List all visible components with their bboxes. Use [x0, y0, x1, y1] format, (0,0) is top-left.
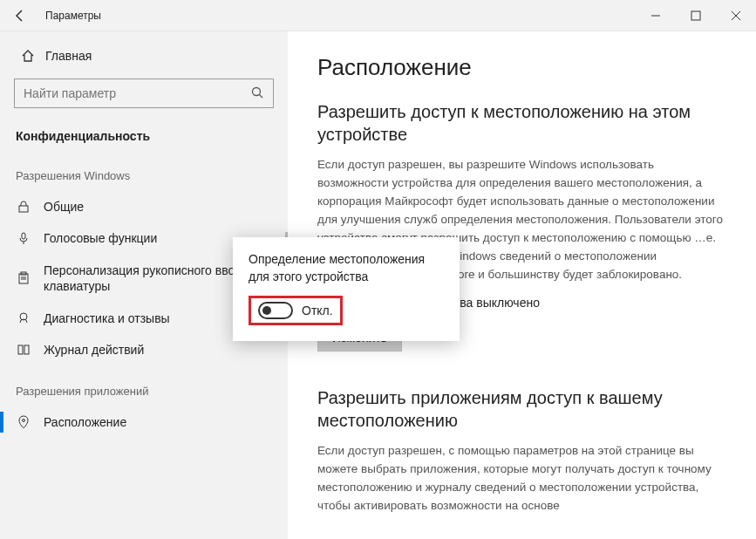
- lock-icon: [16, 200, 31, 214]
- sidebar-item-label: Расположение: [44, 415, 126, 429]
- page-title: Расположение: [317, 54, 726, 81]
- sidebar-item-label: Общие: [44, 200, 84, 214]
- location-icon: [16, 415, 31, 429]
- svg-line-3: [260, 94, 263, 98]
- sidebar-item-general[interactable]: Общие: [0, 191, 288, 222]
- maximize-button[interactable]: [676, 0, 716, 31]
- home-icon: [17, 49, 38, 63]
- search-input[interactable]: [24, 86, 250, 100]
- location-toggle[interactable]: [258, 302, 293, 319]
- close-icon: [729, 9, 743, 23]
- svg-rect-11: [18, 345, 23, 354]
- popup-title: Определение местоположения для этого уст…: [249, 251, 444, 285]
- clipboard-icon: [16, 271, 31, 285]
- minimize-icon: [649, 9, 663, 23]
- section-label: Конфиденциальность: [0, 122, 288, 150]
- svg-rect-1: [691, 11, 700, 20]
- group-windows-label: Разрешения Windows: [0, 150, 288, 191]
- maximize-icon: [689, 9, 703, 23]
- sidebar-item-location[interactable]: Расположение: [0, 406, 288, 438]
- group-apps-label: Разрешения приложений: [0, 365, 288, 406]
- home-nav[interactable]: Главная: [0, 40, 288, 72]
- mic-icon: [16, 231, 31, 245]
- back-button[interactable]: [0, 0, 40, 31]
- sidebar-item-label: Журнал действий: [44, 343, 144, 357]
- search-icon: [250, 85, 264, 102]
- minimize-button[interactable]: [636, 0, 676, 31]
- section-heading-2: Разрешить приложениям доступ к вашему ме…: [317, 386, 726, 432]
- close-button[interactable]: [716, 0, 756, 31]
- sidebar-item-label: Диагностика и отзывы: [44, 311, 170, 325]
- home-label: Главная: [45, 49, 92, 63]
- feedback-icon: [16, 311, 31, 325]
- arrow-left-icon: [13, 9, 27, 23]
- window-title: Параметры: [45, 10, 636, 22]
- history-icon: [16, 343, 31, 357]
- toggle-highlight-box: Откл.: [249, 296, 343, 325]
- section-heading-1: Разрешить доступ к местоположению на это…: [317, 100, 726, 146]
- section-para-2: Если доступ разрешен, с помощью параметр…: [317, 442, 726, 515]
- toggle-state-label: Откл.: [302, 304, 333, 317]
- svg-point-13: [23, 420, 25, 422]
- svg-rect-5: [22, 233, 25, 239]
- search-box[interactable]: [14, 78, 274, 108]
- svg-point-2: [253, 87, 261, 95]
- location-popup: Определение местоположения для этого уст…: [233, 237, 460, 341]
- svg-rect-12: [24, 345, 29, 354]
- titlebar: Параметры: [0, 0, 756, 31]
- sidebar-item-label: Голосовые функции: [44, 231, 157, 245]
- svg-rect-4: [19, 206, 28, 212]
